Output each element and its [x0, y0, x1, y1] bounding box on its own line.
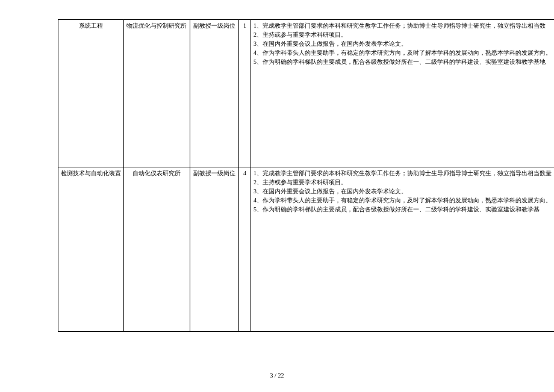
cell-position: 副教授一级岗位	[190, 167, 238, 332]
req-line: 4、作为学科带头人的主要助手，有稳定的学术研究方向，及时了解本学科的发展动向，熟…	[254, 196, 552, 205]
cell-institute: 自动化仪表研究所	[124, 167, 190, 332]
req-line: 1、完成教学主管部门要求的本科和研究生教学工作任务；协助博士生导师指导博士研究生…	[254, 21, 552, 30]
cell-discipline: 检测技术与自动化装置	[58, 167, 124, 332]
table-row: 系统工程 物流优化与控制研究所 副教授一级岗位 1 1、完成教学主管部门要求的本…	[58, 20, 555, 167]
cell-institute: 物流优化与控制研究所	[124, 20, 190, 167]
req-line: 2、主持或参与重要学术科研项目。	[254, 178, 552, 187]
table-row: 检测技术与自动化装置 自动化仪表研究所 副教授一级岗位 4 1、完成教学主管部门…	[58, 167, 555, 332]
req-line: 5、作为明确的学科梯队的主要成员，配合各级教授做好所在一、二级学科的学科建设、实…	[254, 57, 552, 66]
req-line: 3、在国内外重要会议上做报告，在国内外发表学术论文。	[254, 39, 552, 48]
cell-requirements: 1、完成教学主管部门要求的本科和研究生教学工作任务；协助博士生导师指导博士研究生…	[251, 20, 554, 167]
req-line: 1、完成教学主管部门要求的本科和研究生教学工作任务；协助博士生导师指导博士研究生…	[254, 169, 552, 178]
page-number: 3 / 22	[0, 372, 554, 379]
req-line: 2、主持或参与重要学术科研项目。	[254, 30, 552, 39]
job-listing-table: 系统工程 物流优化与控制研究所 副教授一级岗位 1 1、完成教学主管部门要求的本…	[58, 19, 554, 332]
req-line: 5、作为明确的学科梯队的主要成员，配合各级教授做好所在一、二级学科的学科建设、实…	[254, 205, 552, 214]
cell-position: 副教授一级岗位	[190, 20, 238, 167]
req-line: 3、在国内外重要会议上做报告，在国内外发表学术论文。	[254, 187, 552, 196]
req-line: 4、作为学科带头人的主要助手，有稳定的学术研究方向，及时了解本学科的发展动向，熟…	[254, 48, 552, 57]
cell-discipline: 系统工程	[58, 20, 124, 167]
cell-quota: 1	[239, 20, 251, 167]
cell-quota: 4	[239, 167, 251, 332]
cell-requirements: 1、完成教学主管部门要求的本科和研究生教学工作任务；协助博士生导师指导博士研究生…	[251, 167, 554, 332]
